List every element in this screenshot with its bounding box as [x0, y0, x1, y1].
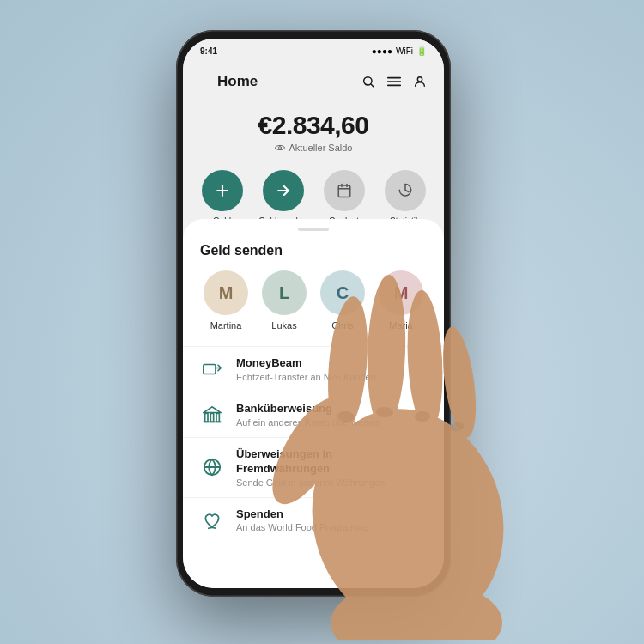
balance-section: €2.834,60 Aktueller Saldo [183, 107, 444, 165]
contact-martina[interactable]: M Martina [204, 270, 248, 331]
contact-avatar-martina: M [204, 270, 248, 315]
menu-foreign-currency[interactable]: Überweisungen in Fremdwährungen Sende Ge… [183, 437, 444, 497]
statistics-button[interactable] [385, 170, 426, 211]
page-title: Home [200, 68, 275, 99]
balance-label: Aktueller Saldo [200, 143, 427, 153]
search-icon[interactable] [361, 75, 375, 92]
svg-point-5 [417, 77, 422, 82]
donate-text: Spenden An das World Food Programme [236, 507, 368, 533]
svg-rect-19 [216, 413, 219, 422]
foreign-currency-title: Überweisungen in Fremdwährungen [236, 447, 427, 477]
svg-rect-17 [205, 413, 208, 422]
sheet-title: Geld senden [183, 243, 444, 270]
svg-line-1 [371, 84, 374, 87]
contact-lukas[interactable]: L Lukas [262, 270, 307, 331]
app-header: Home [183, 63, 444, 107]
contact-maria[interactable]: M Maria [379, 270, 423, 331]
profile-icon[interactable] [413, 75, 427, 92]
moneybeam-text: MoneyBeam Echtzeit-Transfer an N26 Kunde… [236, 356, 376, 382]
contact-name-lukas: Lukas [271, 320, 296, 331]
phone-frame: 9:41 ●●●● WiFi 🔋 Home [176, 30, 451, 597]
header-icons [361, 75, 427, 92]
svg-rect-10 [338, 185, 350, 197]
foreign-currency-subtitle: Sende Geld in anderen Währungen [236, 477, 427, 488]
menu-moneybeam[interactable]: MoneyBeam Echtzeit-Transfer an N26 Kunde… [183, 346, 444, 392]
svg-rect-14 [204, 364, 216, 374]
bank-transfer-icon [200, 403, 224, 427]
menu-bank-transfer[interactable]: Banküberweisung Auf ein anderes Konto üb… [183, 392, 444, 437]
menu-donate[interactable]: Spenden An das World Food Programme [183, 497, 444, 543]
moneybeam-icon [200, 357, 224, 381]
bottom-sheet: Geld senden M Martina L Lukas C [183, 219, 444, 588]
contact-name-martina: Martina [210, 320, 242, 331]
contact-name-maria: Maria [389, 320, 413, 331]
phone-screen: 9:41 ●●●● WiFi 🔋 Home [183, 39, 444, 588]
sheet-handle [298, 228, 329, 231]
bank-transfer-text: Banküberweisung Auf ein anderes Konto üb… [236, 402, 380, 428]
contact-chris[interactable]: C Chris [320, 270, 365, 331]
svg-point-6 [278, 147, 281, 149]
bank-transfer-subtitle: Auf ein anderes Konto überweisen [236, 417, 380, 428]
donate-icon [200, 508, 224, 532]
send-money-button[interactable] [263, 170, 304, 211]
donate-title: Spenden [236, 507, 368, 522]
svg-rect-18 [210, 413, 213, 422]
status-bar: 9:41 ●●●● WiFi 🔋 [183, 39, 444, 63]
svg-point-32 [449, 422, 464, 432]
balance-label-text: Aktueller Saldo [289, 143, 353, 153]
planned-button[interactable] [324, 170, 365, 211]
bank-transfer-title: Banküberweisung [236, 402, 380, 416]
balance-amount: €2.834,60 [200, 111, 427, 140]
contact-avatar-chris: C [320, 270, 365, 315]
donate-subtitle: An das World Food Programme [236, 522, 368, 532]
add-money-button[interactable] [202, 170, 243, 211]
contacts-row: M Martina L Lukas C Chris M [183, 270, 444, 346]
foreign-currency-icon [200, 455, 224, 479]
moneybeam-title: MoneyBeam [236, 356, 376, 371]
contact-name-chris: Chris [331, 320, 354, 331]
menu-icon[interactable] [387, 76, 401, 91]
moneybeam-subtitle: Echtzeit-Transfer an N26 Kunden [236, 372, 376, 382]
svg-marker-20 [204, 407, 221, 413]
contact-avatar-lukas: L [262, 270, 307, 315]
contact-avatar-maria: M [379, 270, 423, 315]
foreign-currency-text: Überweisungen in Fremdwährungen Sende Ge… [236, 447, 427, 488]
